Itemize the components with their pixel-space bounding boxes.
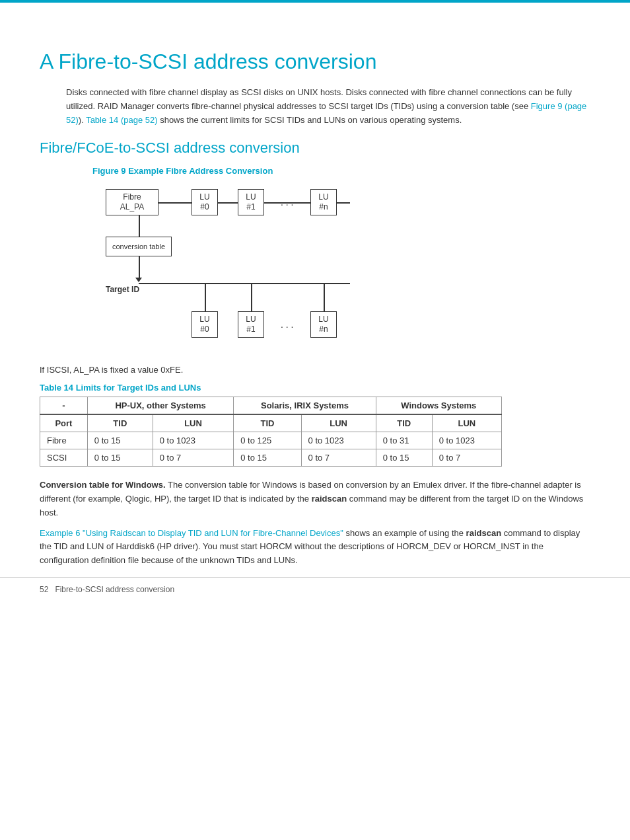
- body-paragraph-2: Example 6 "Using Raidscan to Display TID…: [40, 527, 590, 568]
- body-text-2-rest: shows an example of using the: [343, 528, 466, 538]
- section-title: Fibre/FCoE-to-SCSI address conversion: [40, 139, 590, 157]
- vline-lu0-bot: [205, 284, 206, 311]
- dots-top: . . .: [281, 197, 293, 208]
- intro-text-2: ).: [79, 115, 86, 125]
- cell-scsi-win-lun: 0 to 7: [432, 449, 501, 467]
- cell-fibre-hpux-tid: 0 to 15: [87, 432, 153, 449]
- footer-page-number: 52: [40, 585, 48, 594]
- page-title: A Fibre-to-SCSI address conversion: [40, 49, 590, 74]
- cell-fibre-win-tid: 0 to 31: [376, 432, 432, 449]
- vline-lu1-bot: [251, 284, 252, 311]
- col-hpux: HP-UX, other Systems: [87, 397, 233, 415]
- table-row: SCSI 0 to 15 0 to 7 0 to 15 0 to 7 0 to …: [40, 449, 502, 467]
- conv-table-windows-bold: Conversion table for Windows.: [40, 480, 166, 490]
- hline-target: [139, 283, 350, 284]
- iscsi-note: If ISCSI, AL_PA is fixed a value 0xFE.: [40, 365, 590, 375]
- limits-table: - HP-UX, other Systems Solaris, IRIX Sys…: [40, 397, 502, 467]
- cell-scsi-port: SCSI: [40, 449, 88, 467]
- col-windows: Windows Systems: [376, 397, 501, 415]
- figure-title: Figure 9 Example Fibre Address Conversio…: [92, 166, 590, 176]
- lu0-bot-box: LU#0: [192, 311, 218, 338]
- dots-bot: . . .: [281, 319, 293, 330]
- cell-scsi-hpux-tid: 0 to 15: [87, 449, 153, 467]
- body-paragraph-1: Conversion table for Windows. The conver…: [40, 478, 590, 519]
- cell-scsi-solaris-lun: 0 to 7: [301, 449, 376, 467]
- table-header-row2: Port TID LUN TID LUN TID LUN: [40, 414, 502, 432]
- cell-fibre-win-lun: 0 to 1023: [432, 432, 501, 449]
- cell-fibre-solaris-tid: 0 to 125: [234, 432, 301, 449]
- col-hpux-lun: LUN: [153, 414, 234, 432]
- page-content: A Fibre-to-SCSI address conversion Disks…: [0, 22, 630, 614]
- footer-line: [0, 577, 630, 578]
- fibre-alpa-box: FibreAL_PA: [106, 189, 158, 215]
- cell-fibre-hpux-lun: 0 to 1023: [153, 432, 234, 449]
- target-id-label: Target ID: [106, 285, 139, 294]
- cell-scsi-solaris-tid: 0 to 15: [234, 449, 301, 467]
- intro-paragraph: Disks connected with fibre channel displ…: [66, 86, 590, 127]
- table-row: Fibre 0 to 15 0 to 1023 0 to 125 0 to 10…: [40, 432, 502, 449]
- arrow-down: [135, 278, 142, 282]
- col-port: Port: [40, 414, 88, 432]
- example6-link[interactable]: Example 6 "Using Raidscan to Display TID…: [40, 528, 343, 538]
- table-header-row1: - HP-UX, other Systems Solaris, IRIX Sys…: [40, 397, 502, 415]
- col-solaris-tid: TID: [234, 414, 301, 432]
- vline-conv-top: [139, 215, 140, 237]
- conv-table-box: conversion table: [106, 237, 172, 256]
- footer: 52 Fibre-to-SCSI address conversion: [40, 585, 174, 594]
- col-dash: -: [40, 397, 88, 415]
- footer-text: Fibre-to-SCSI address conversion: [55, 585, 174, 594]
- top-border: [0, 0, 630, 3]
- col-windows-tid: TID: [376, 414, 432, 432]
- vline-conv: [139, 256, 140, 280]
- cell-fibre-solaris-lun: 0 to 1023: [301, 432, 376, 449]
- diagram-container: FibreAL_PA LU#0 LU#1 . . . LU#n conversi…: [92, 182, 409, 354]
- col-solaris-lun: LUN: [301, 414, 376, 432]
- intro-text-3: shows the current limits for SCSI TIDs a…: [158, 115, 462, 125]
- lu1-bot-box: LU#1: [238, 311, 264, 338]
- table-title: Table 14 Limits for Target IDs and LUNs: [40, 383, 590, 393]
- raidscan-bold-2: raidscan: [466, 528, 501, 538]
- col-solaris: Solaris, IRIX Systems: [234, 397, 376, 415]
- lu1-top-box: LU#1: [238, 189, 264, 215]
- cell-scsi-win-tid: 0 to 15: [376, 449, 432, 467]
- lu0-top-box: LU#0: [192, 189, 218, 215]
- lun-top-box: LU#n: [310, 189, 337, 215]
- fibre-address-diagram: FibreAL_PA LU#0 LU#1 . . . LU#n conversi…: [92, 182, 409, 354]
- intro-text-1: Disks connected with fibre channel displ…: [66, 87, 572, 111]
- lun-bot-box: LU#n: [310, 311, 337, 338]
- cell-fibre-port: Fibre: [40, 432, 88, 449]
- raidscan-bold-1: raidscan: [312, 494, 347, 504]
- vline-lun-bot: [324, 284, 325, 311]
- col-windows-lun: LUN: [432, 414, 501, 432]
- cell-scsi-hpux-lun: 0 to 7: [153, 449, 234, 467]
- col-hpux-tid: TID: [87, 414, 153, 432]
- table14-link[interactable]: Table 14 (page 52): [86, 115, 157, 125]
